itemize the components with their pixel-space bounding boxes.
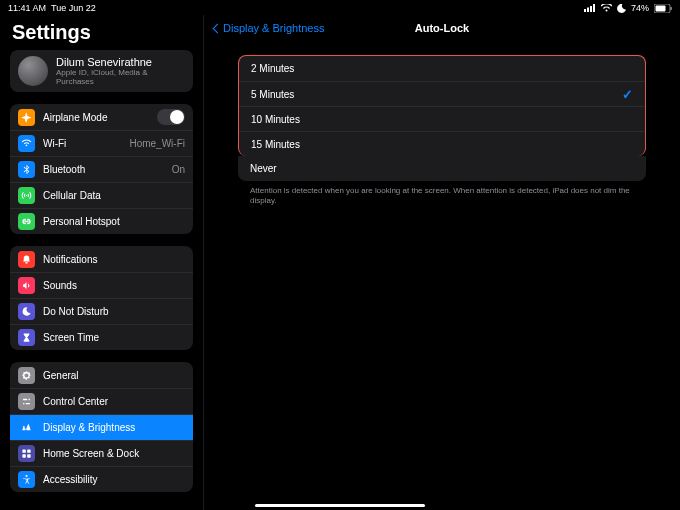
svg-rect-6 — [671, 7, 672, 10]
airplane-icon — [18, 109, 35, 126]
moon-icon — [617, 4, 626, 13]
settings-sidebar: Settings Dilum Senevirathne Apple ID, iC… — [0, 15, 204, 510]
row-label: Bluetooth — [43, 164, 172, 175]
row-label: Wi-Fi — [43, 138, 129, 149]
hourglass-icon — [18, 329, 35, 346]
profile-card[interactable]: Dilum Senevirathne Apple ID, iCloud, Med… — [10, 50, 193, 92]
svg-rect-12 — [27, 454, 30, 457]
sidebar-item-cellular[interactable]: Cellular Data — [10, 182, 193, 208]
row-label: Sounds — [43, 280, 185, 291]
detail-pane: Display & Brightness Auto-Lock 2 Minutes… — [204, 15, 680, 510]
sidebar-item-display[interactable]: AA Display & Brightness — [10, 414, 193, 440]
status-time: 11:41 AM — [8, 3, 46, 13]
sidebar-item-accessibility[interactable]: Accessibility — [10, 466, 193, 492]
sidebar-item-airplane[interactable]: Airplane Mode — [10, 104, 193, 130]
row-label: Notifications — [43, 254, 185, 265]
row-label: Airplane Mode — [43, 112, 157, 123]
autolock-options-highlighted: 2 Minutes 5 Minutes ✓ 10 Minutes 15 Minu… — [238, 55, 646, 156]
row-label: Control Center — [43, 396, 185, 407]
moon-icon — [18, 303, 35, 320]
svg-rect-1 — [587, 8, 589, 13]
row-label: General — [43, 370, 185, 381]
row-label: Do Not Disturb — [43, 306, 185, 317]
svg-rect-3 — [593, 4, 595, 12]
sidebar-item-notifications[interactable]: Notifications — [10, 246, 193, 272]
svg-text:A: A — [26, 424, 31, 431]
profile-name: Dilum Senevirathne — [56, 56, 185, 68]
home-indicator[interactable] — [255, 504, 425, 507]
option-never[interactable]: Never — [238, 156, 646, 181]
grid-icon — [18, 445, 35, 462]
profile-sub: Apple ID, iCloud, Media & Purchases — [56, 68, 185, 86]
sliders-icon — [18, 393, 35, 410]
page-title: Auto-Lock — [204, 22, 680, 34]
row-label: Display & Brightness — [43, 422, 185, 433]
sidebar-item-home-screen[interactable]: Home Screen & Dock — [10, 440, 193, 466]
footnote: Attention is detected when you are looki… — [238, 181, 646, 207]
accessibility-icon — [18, 471, 35, 488]
svg-rect-0 — [584, 9, 586, 12]
option-label: 2 Minutes — [251, 63, 633, 74]
svg-rect-2 — [590, 6, 592, 12]
option-label: 10 Minutes — [251, 114, 633, 125]
option-5-minutes[interactable]: 5 Minutes ✓ — [239, 81, 645, 106]
row-label: Cellular Data — [43, 190, 185, 201]
sidebar-item-general[interactable]: General — [10, 362, 193, 388]
svg-rect-11 — [22, 454, 25, 457]
row-label: Home Screen & Dock — [43, 448, 185, 459]
sidebar-item-dnd[interactable]: Do Not Disturb — [10, 298, 193, 324]
sidebar-item-sounds[interactable]: Sounds — [10, 272, 193, 298]
autolock-options: Never — [238, 156, 646, 181]
row-label: Screen Time — [43, 332, 185, 343]
speaker-icon — [18, 277, 35, 294]
gear-icon — [18, 367, 35, 384]
wifi-detail: Home_Wi-Fi — [129, 138, 185, 149]
battery-percent: 74% — [631, 3, 649, 13]
settings-title: Settings — [12, 21, 193, 44]
option-label: Never — [250, 163, 634, 174]
sidebar-item-screentime[interactable]: Screen Time — [10, 324, 193, 350]
sidebar-item-control-center[interactable]: Control Center — [10, 388, 193, 414]
bluetooth-icon — [18, 161, 35, 178]
wifi-icon — [601, 4, 612, 12]
option-label: 5 Minutes — [251, 89, 622, 100]
row-label: Personal Hotspot — [43, 216, 185, 227]
option-15-minutes[interactable]: 15 Minutes — [239, 131, 645, 156]
svg-rect-9 — [22, 449, 25, 452]
avatar — [18, 56, 48, 86]
option-2-minutes[interactable]: 2 Minutes — [239, 56, 645, 81]
option-10-minutes[interactable]: 10 Minutes — [239, 106, 645, 131]
row-label: Accessibility — [43, 474, 185, 485]
text-size-icon: AA — [18, 419, 35, 436]
status-date: Tue Jun 22 — [51, 3, 96, 13]
checkmark-icon: ✓ — [622, 87, 633, 102]
sidebar-item-wifi[interactable]: Wi-Fi Home_Wi-Fi — [10, 130, 193, 156]
status-bar: 11:41 AM Tue Jun 22 74% — [0, 0, 680, 15]
bt-detail: On — [172, 164, 185, 175]
antenna-icon — [18, 187, 35, 204]
option-label: 15 Minutes — [251, 139, 633, 150]
link-icon — [18, 213, 35, 230]
svg-point-13 — [25, 475, 27, 477]
signal-icon — [584, 4, 596, 12]
bell-icon — [18, 251, 35, 268]
wifi-icon — [18, 135, 35, 152]
battery-icon — [654, 4, 672, 13]
sidebar-item-bluetooth[interactable]: Bluetooth On — [10, 156, 193, 182]
airplane-toggle[interactable] — [157, 109, 185, 125]
svg-rect-10 — [27, 449, 30, 452]
sidebar-item-hotspot[interactable]: Personal Hotspot — [10, 208, 193, 234]
svg-rect-5 — [656, 5, 666, 11]
